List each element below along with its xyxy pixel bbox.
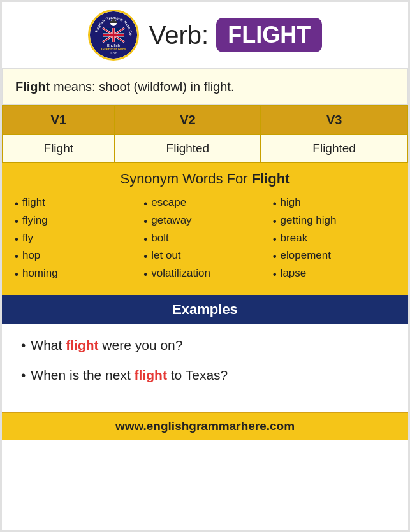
v3-header: V3 <box>261 106 407 134</box>
footer: www.englishgrammarhere.com <box>2 412 408 440</box>
example-2-highlight: flight <box>135 368 167 382</box>
example-item-2: When is the next flight to Texas? <box>21 366 389 384</box>
list-item: high <box>273 195 395 213</box>
example-item-1: What flight were you on? <box>21 336 389 354</box>
v2-value: Flighted <box>115 134 261 162</box>
example-1-highlight: flight <box>66 338 98 352</box>
footer-url: www.englishgrammarhere.com <box>115 419 295 433</box>
list-item: getaway <box>143 213 266 231</box>
verb-label: Verb: <box>149 21 209 50</box>
synonym-col-2: escape getaway bolt let out volatilizati… <box>143 195 266 284</box>
synonym-title-prefix: Synonym Words For <box>120 171 251 187</box>
list-item: hop <box>15 248 137 266</box>
svg-rect-13 <box>112 19 115 22</box>
list-item: getting high <box>273 213 395 231</box>
example-2-part-1: When is the next <box>31 368 134 382</box>
example-1-text: What flight were you on? <box>31 336 182 354</box>
list-item: let out <box>143 248 266 266</box>
synonym-col-3: high getting high break elopement lapse <box>273 195 395 284</box>
logo: English Grammar Here.Com Engli <box>88 10 139 61</box>
list-item: elopement <box>273 248 395 266</box>
list-item: flight <box>15 195 137 213</box>
list-item: homing <box>15 266 137 284</box>
list-item: volatilization <box>143 266 266 284</box>
list-item: bolt <box>143 231 266 248</box>
list-item: lapse <box>273 266 395 284</box>
synonym-col-1: flight flying fly hop homing <box>15 195 137 284</box>
svg-text:.Com: .Com <box>110 51 117 55</box>
meaning-section: Flight means: shoot (wildfowl) in flight… <box>2 68 408 105</box>
v2-header: V2 <box>115 106 261 134</box>
meaning-text: means: shoot (wildfowl) in flight. <box>50 80 234 94</box>
word-badge: FLIGHT <box>216 18 322 52</box>
example-1-part-3: were you on? <box>99 338 183 352</box>
v3-value: Flighted <box>261 134 407 162</box>
title-area: Verb: FLIGHT <box>149 18 322 52</box>
list-item: fly <box>15 231 137 248</box>
verb-table: V1 V2 V3 Flight Flighted Flighted <box>2 105 408 163</box>
meaning-word: Flight <box>15 80 50 94</box>
header: English Grammar Here.Com Engli <box>2 2 408 68</box>
list-item: escape <box>143 195 266 213</box>
v1-header: V1 <box>3 106 115 134</box>
examples-header: Examples <box>2 295 408 324</box>
example-2-part-3: to Texas? <box>167 368 228 382</box>
synonym-columns: flight flying fly hop homing escape geta… <box>15 195 395 284</box>
logo-inner: English Grammar Here.Com Engli <box>90 11 137 59</box>
synonym-title-word: Flight <box>252 171 290 187</box>
synonym-section: Synonym Words For Flight flight flying f… <box>2 163 408 295</box>
synonym-title: Synonym Words For Flight <box>15 171 395 187</box>
list-item: break <box>273 231 395 248</box>
example-2-text: When is the next flight to Texas? <box>31 366 228 384</box>
example-1-part-1: What <box>31 338 66 352</box>
logo-svg: English Grammar Here.Com Engli <box>90 11 137 59</box>
v1-value: Flight <box>3 134 115 162</box>
list-item: flying <box>15 213 137 231</box>
examples-body: What flight were you on? When is the nex… <box>2 324 408 412</box>
